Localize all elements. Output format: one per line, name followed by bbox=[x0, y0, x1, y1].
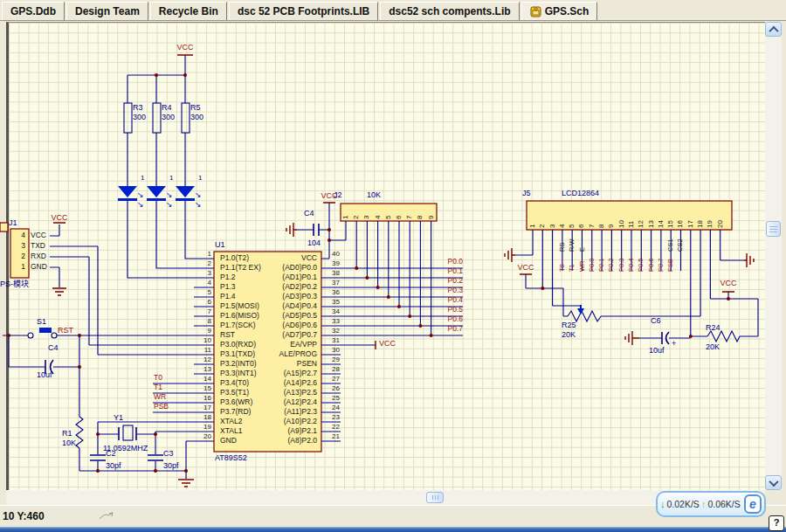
pin-number: 28 bbox=[322, 366, 340, 373]
ie-browser-icon[interactable]: e bbox=[744, 494, 762, 514]
pin-name: (AD4)P0.4 bbox=[219, 302, 317, 310]
u1-pin-row: 27 (A14)P2.6 bbox=[217, 378, 340, 388]
pin-name: (AD5)P0.5 bbox=[219, 312, 317, 320]
pin-number: 23 bbox=[322, 414, 340, 421]
tab-pcb-footprints-lib[interactable]: dsc 52 PCB Footprints.LIB bbox=[229, 2, 378, 20]
network-speed-widget[interactable]: ↓ 0.02K/S ↑ 0.06K/S e bbox=[656, 491, 766, 517]
pin-number: 33 bbox=[322, 318, 340, 325]
tab-sch-components-lib[interactable]: dsc52 sch compents.Lib bbox=[380, 2, 519, 20]
u1-pin-row: 38 (AD1)P0.1 bbox=[217, 273, 340, 282]
r5-value: 300 bbox=[190, 113, 203, 121]
pin-number: 35 bbox=[322, 299, 340, 306]
pin-name: (AD1)P0.1 bbox=[219, 273, 317, 281]
r25-designator: R25 bbox=[562, 321, 576, 329]
tab-label: Design Team bbox=[75, 5, 140, 17]
help-button[interactable]: ? bbox=[769, 515, 784, 531]
pin-number: 36 bbox=[322, 289, 340, 296]
upload-arrow-icon: ↑ bbox=[701, 499, 707, 509]
s1-designator: S1 bbox=[37, 317, 46, 326]
j5-pin-number: 18 bbox=[695, 204, 705, 228]
tab-gps-ddb[interactable]: GPS.Ddb bbox=[2, 2, 65, 20]
pin-number: 22 bbox=[322, 424, 340, 431]
vertical-scrollbar-thumb[interactable] bbox=[766, 221, 781, 237]
net-label: P0.6 bbox=[646, 247, 656, 272]
scroll-up-button[interactable] bbox=[765, 22, 782, 37]
pin-number: 11 bbox=[194, 347, 211, 354]
j5-pin-number: 1 bbox=[527, 204, 537, 228]
horizontal-scrollbar-thumb[interactable] bbox=[426, 492, 444, 503]
j5-pin-number: 16 bbox=[675, 204, 685, 228]
r1-value: 10K bbox=[62, 439, 76, 447]
tab-recycle-bin[interactable]: Recycle Bin bbox=[150, 2, 227, 20]
u1-pin-row: 28 (A15)P2.7 bbox=[217, 369, 340, 378]
j2-pin-number: 5 bbox=[383, 206, 394, 219]
pin-number: 17 bbox=[194, 404, 211, 411]
j1-pin-name: TXD bbox=[31, 241, 52, 252]
net-label: P0.2 bbox=[410, 276, 463, 286]
pin-name: (A12)P2.4 bbox=[219, 398, 317, 406]
net-label: P0.5 bbox=[636, 247, 645, 272]
r3-value: 300 bbox=[133, 113, 146, 121]
u1-pin-row: 21 (A8)P2.0 bbox=[217, 436, 340, 446]
horizontal-scrollbar[interactable] bbox=[6, 490, 765, 505]
p0-net-labels: P0.0P0.1P0.2P0.3P0.4P0.5P0.6P0.7 bbox=[410, 257, 463, 334]
pin-name: (A15)P2.7 bbox=[219, 370, 317, 377]
j5-pin-number: 4 bbox=[557, 204, 567, 228]
j2-pin-number: 2 bbox=[351, 206, 362, 219]
net-label: T0 bbox=[154, 373, 189, 383]
sch-file-icon bbox=[530, 6, 541, 17]
j1-pin-number: 1 bbox=[10, 262, 25, 273]
net-label: P0.5 bbox=[410, 305, 463, 314]
net-label: P0.4 bbox=[626, 247, 636, 272]
c3-value: 30pf bbox=[163, 461, 179, 470]
pin-number: 2 bbox=[194, 260, 211, 267]
net-label: P0.0 bbox=[410, 257, 463, 266]
pin-number: 10 bbox=[194, 337, 211, 344]
j5-pin-number: 6 bbox=[576, 204, 586, 228]
c2-value: 30pf bbox=[106, 461, 121, 470]
tab-gps-sch[interactable]: GPS.Sch bbox=[521, 2, 598, 20]
net-label: P0.4 bbox=[410, 295, 463, 305]
net-label: P0.6 bbox=[410, 314, 463, 324]
tab-label: Recycle Bin bbox=[159, 5, 218, 17]
j1-pin-numbers: 4321 bbox=[10, 231, 25, 273]
u1-pin-row: 34 (AD5)P0.5 bbox=[217, 311, 340, 321]
r4-designator: R4 bbox=[162, 103, 172, 112]
u1-pin-row: 33 (AD6)P0.6 bbox=[217, 321, 340, 330]
j2-pin-number: 1 bbox=[341, 206, 351, 219]
u1-pin-row: 36 (AD3)P0.3 bbox=[217, 292, 340, 301]
pin-number: 32 bbox=[322, 328, 340, 335]
pin-number: 31 bbox=[322, 337, 340, 344]
u1-pin-row: 29 PSEN bbox=[217, 359, 340, 369]
j5-pin-name: CS2 bbox=[675, 232, 685, 252]
pin-number: 40 bbox=[322, 251, 340, 258]
j5-pin-number: 17 bbox=[686, 204, 695, 228]
pin-name: (A11)P2.3 bbox=[219, 408, 317, 416]
u1-pin-row: 40 VCC bbox=[217, 253, 340, 263]
pin-number: 29 bbox=[322, 356, 340, 363]
vertical-scrollbar[interactable] bbox=[765, 22, 782, 490]
j2-designator: J2 bbox=[334, 190, 342, 199]
pin-number: 15 bbox=[194, 385, 211, 392]
pin-name: (AD2)P0.2 bbox=[219, 283, 317, 291]
j2-pin-number: 4 bbox=[373, 206, 383, 219]
pin-number: 7 bbox=[194, 308, 211, 315]
r4-value: 300 bbox=[162, 113, 175, 121]
pin-number: 1 bbox=[194, 251, 211, 258]
pin-number: 37 bbox=[322, 280, 340, 287]
led3-label: 1 bbox=[198, 174, 202, 183]
pin-number: 3 bbox=[194, 270, 211, 277]
r24-designator: R24 bbox=[706, 323, 720, 332]
j2-pin-number: 9 bbox=[426, 206, 437, 219]
j2-pin-number: 8 bbox=[415, 206, 425, 219]
j1-designator: J1 bbox=[9, 218, 17, 227]
pin-name: (A14)P2.6 bbox=[219, 379, 317, 387]
j1-pin-name: GND bbox=[31, 262, 52, 273]
pin-number: 16 bbox=[194, 395, 211, 402]
scroll-down-button[interactable] bbox=[765, 475, 782, 490]
pin-number: 4 bbox=[194, 280, 211, 287]
taskbar-edge bbox=[0, 527, 786, 532]
tab-design-team[interactable]: Design Team bbox=[66, 2, 148, 20]
u1-pin-row: 30 ALE/PROG bbox=[217, 349, 340, 359]
net-label: P0.3 bbox=[617, 247, 626, 272]
